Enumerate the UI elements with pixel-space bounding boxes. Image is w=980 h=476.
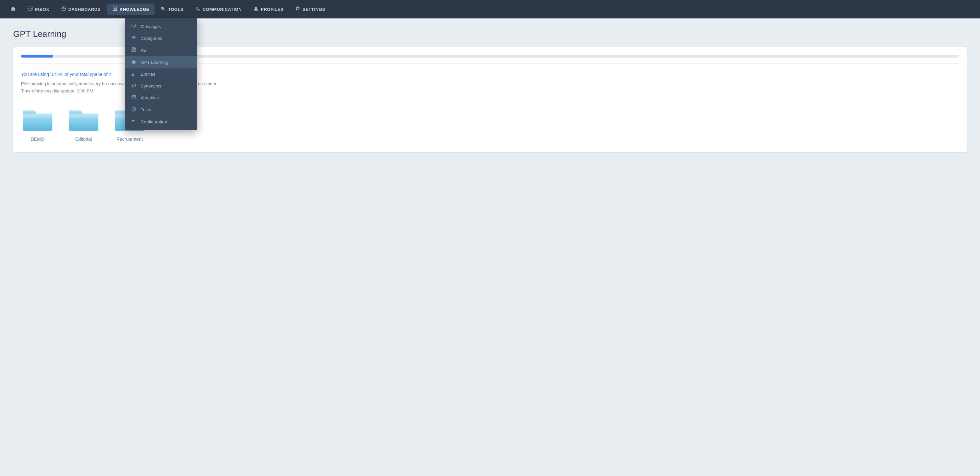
nav-knowledge[interactable]: KNOWLEDGE [107,4,154,15]
dropdown-synonyms-label: Synonyms [141,83,161,88]
settings-icon [295,6,300,12]
dropdown-kb-label: KB [141,48,146,53]
nav-tools[interactable]: TOOLS [156,4,189,15]
svg-rect-22 [69,114,98,118]
folder-demo[interactable]: DEMO [21,104,54,142]
nav-knowledge-label: KNOWLEDGE [120,7,149,12]
categories-icon [132,35,137,41]
dropdown-item-variables[interactable]: Variables [125,92,197,104]
knowledge-icon [113,6,117,12]
messages-icon [132,24,137,29]
profiles-icon [253,6,258,12]
nav-profiles-label: PROFILES [261,7,283,12]
gpt-learning-icon [132,59,137,65]
dropdown-variables-label: Variables [141,96,159,100]
nav-tools-label: TOOLS [168,7,183,12]
nav-communication-label: COMMUNICATION [202,7,242,12]
inbox-icon [28,6,33,12]
tools-icon [161,6,166,12]
nav-inbox[interactable]: INBOX [22,4,54,15]
dropdown-categories-label: Categories [141,36,162,41]
dropdown-item-entities[interactable]: E Entities [125,69,197,80]
nav-home[interactable] [5,4,21,15]
dropdown-gpt-label: GPT Learning [141,60,168,65]
folder-editorial-label: Editorial [75,137,92,142]
folder-demo-icon [21,104,54,133]
nav-dashboards[interactable]: DASHBOARDS [56,4,106,15]
dashboards-icon [61,6,66,12]
svg-point-18 [132,107,136,111]
nav-settings-label: SETTINGS [302,7,325,12]
nav-communication[interactable]: COMMUNICATION [190,4,247,15]
dropdown-tests-label: Tests [141,107,151,112]
progress-bar-fill [21,55,53,58]
kb-icon [132,47,137,53]
svg-rect-20 [23,114,52,118]
svg-point-2 [114,8,116,10]
nav-profiles[interactable]: PROFILES [248,4,289,15]
dropdown-item-configuration[interactable]: Configuration [125,116,197,128]
dropdown-configuration-label: Configuration [141,120,167,125]
knowledge-dropdown: Messages Categories KB [125,18,197,130]
synonyms-icon [132,83,137,88]
dropdown-item-messages[interactable]: Messages [125,21,197,32]
home-icon [11,6,16,13]
nav-inbox-label: INBOX [35,7,49,12]
indexing-line2: Time of the next file update: 3:00 PM [21,88,93,93]
nav-settings[interactable]: SETTINGS [290,4,330,15]
indexing-line1: File indexing is automatically done ever… [21,81,107,86]
folder-editorial-icon [67,104,100,133]
folder-recrutement-label: Recrutement [116,137,143,142]
folder-editorial[interactable]: Editorial [67,104,100,142]
svg-marker-12 [132,60,136,64]
svg-rect-15 [132,96,136,99]
dropdown-item-gpt-learning[interactable]: GPT Learning [125,56,197,69]
dropdown-item-categories[interactable]: Categories [125,32,197,44]
folder-demo-label: DEMO [30,137,45,142]
dropdown-entities-label: Entities [141,72,155,77]
communication-icon [195,6,200,12]
entities-icon: E [132,72,137,77]
tests-icon [132,107,137,112]
configuration-icon [132,119,137,125]
dropdown-item-kb[interactable]: KB [125,44,197,56]
storage-info-text: You are using 3.41% of your total space … [21,72,111,77]
dropdown-messages-label: Messages [141,24,161,29]
dropdown-item-tests[interactable]: Tests [125,104,197,116]
nav-dashboards-label: DASHBOARDS [68,7,100,12]
navbar: INBOX DASHBOARDS KNOWLEDGE TOOLS [0,0,980,18]
dropdown-item-synonyms[interactable]: Synonyms [125,80,197,92]
variables-icon [132,95,137,100]
